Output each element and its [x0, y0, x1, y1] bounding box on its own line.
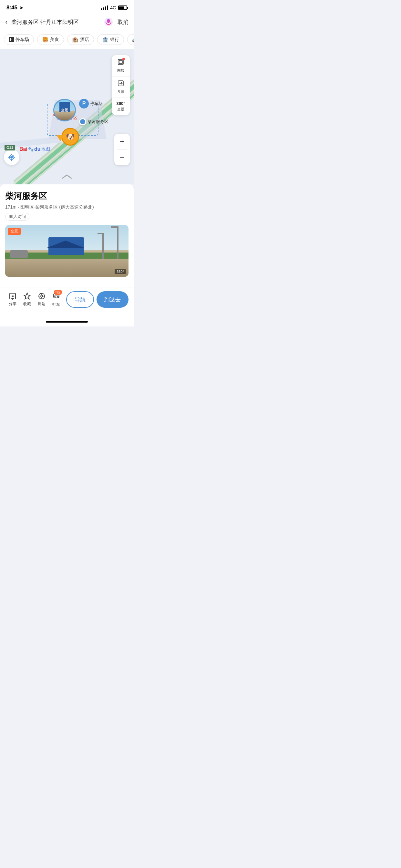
location-icon [8, 153, 16, 161]
signal-bars [101, 5, 108, 10]
zoom-controls: + − [114, 134, 130, 165]
highway-label: G11 [4, 145, 15, 151]
status-right: 4G [101, 5, 127, 10]
nearby-button[interactable]: 周边 [35, 292, 49, 307]
tab-bus[interactable]: 🚌 公交站 [127, 34, 134, 45]
nav-buttons: 导航 到这去 [66, 291, 128, 308]
taxi-button[interactable]: 5折 打车 [49, 291, 64, 307]
tab-food-label: 美食 [50, 37, 59, 42]
navigation-arrow [57, 135, 64, 141]
navigate-button[interactable]: 导航 [66, 291, 94, 308]
tab-bank[interactable]: 🏦 银行 [97, 34, 124, 45]
nearby-icon [38, 292, 45, 300]
mic-button[interactable] [103, 17, 114, 27]
panorama-360-label: 360° [115, 269, 126, 274]
bottom-panel: 柴河服务区 171m · 阳明区-柴河服务区 (鹤大高速公路北) 99人访问 全… [0, 184, 134, 287]
service-area-label-2: 柴河服务区 [88, 119, 109, 125]
search-input-box[interactable]: 柴河服务区 牡丹江市阳明区 [11, 17, 114, 27]
panorama-badge: 全景 [8, 228, 21, 235]
feedback-icon [117, 80, 124, 89]
parking-label: 停车场 [90, 101, 103, 106]
location-button[interactable] [4, 150, 19, 165]
collect-icon [23, 292, 31, 300]
share-icon [9, 292, 17, 300]
place-name: 柴河服务区 [5, 190, 128, 202]
bank-icon: 🏦 [102, 36, 109, 42]
svg-rect-18 [119, 60, 122, 64]
tab-bank-label: 银行 [110, 37, 119, 42]
go-there-button[interactable]: 到这去 [96, 291, 128, 308]
tab-hotel[interactable]: 🏨 酒店 [67, 34, 94, 45]
action-bar: 分享 收藏 周边 5折 打车 [0, 287, 134, 315]
zoom-in-button[interactable]: + [114, 134, 130, 149]
collect-button[interactable]: 收藏 [20, 292, 34, 307]
expand-handle[interactable] [61, 174, 73, 182]
feedback-button[interactable]: 反馈 [112, 76, 130, 98]
expand-arrow-icon [61, 174, 73, 180]
map-container[interactable]: 柴河服务区 全景 P 停车场 柴河服务区 🐶 图层 [0, 49, 134, 184]
layers-icon [117, 58, 124, 67]
zoom-out-button[interactable]: − [114, 150, 130, 165]
nav-arrow-icon: ➤ [19, 5, 24, 11]
network-label: 4G [110, 5, 116, 10]
status-time: 8:45 [6, 4, 18, 11]
parking-icon-circle: P [79, 99, 89, 108]
place-address: 171m · 阳明区-柴河服务区 (鹤大高速公路北) [5, 205, 128, 210]
tab-parking[interactable]: 🅿 停车场 [4, 34, 34, 45]
share-label: 分享 [9, 301, 17, 307]
category-tabs: 🅿 停车场 🍔 美食 🏨 酒店 🏦 银行 🚌 公交站 [0, 32, 134, 49]
home-indicator [0, 315, 134, 327]
map-toolbar: 图层 反馈 360° 全景 [112, 55, 130, 115]
svg-marker-32 [24, 293, 30, 299]
back-button[interactable]: ‹ [5, 18, 7, 26]
taxi-label: 打车 [52, 302, 60, 307]
panorama-marker[interactable]: 全景 [53, 99, 76, 121]
panorama-button[interactable]: 360° 全景 [112, 98, 130, 115]
visit-count: 99人访问 [5, 213, 29, 221]
cancel-button[interactable]: 取消 [118, 19, 128, 26]
tab-food[interactable]: 🍔 美食 [37, 34, 64, 45]
bus-icon: 🚌 [132, 36, 134, 42]
search-bar: ‹ 柴河服务区 牡丹江市阳明区 取消 [0, 13, 134, 32]
panorama-label-btn: 全景 [117, 107, 124, 112]
status-bar: 8:45 ➤ 4G [0, 0, 134, 13]
nearby-label: 周边 [38, 301, 45, 307]
service-area-marker-2[interactable]: 柴河服务区 [79, 118, 109, 125]
panorama-icon: 360° [117, 101, 125, 106]
svg-rect-1 [107, 19, 110, 23]
hotel-icon: 🏨 [72, 36, 79, 42]
search-query: 柴河服务区 牡丹江市阳明区 [11, 19, 79, 26]
layers-button[interactable]: 图层 [112, 55, 130, 76]
feedback-label: 反馈 [117, 89, 124, 94]
service-area-dot-2 [79, 118, 86, 125]
baidu-logo: Bai 🐾 du 地图 [19, 146, 50, 152]
food-icon: 🍔 [42, 36, 49, 42]
panorama-label: 全景 [61, 108, 68, 113]
taxi-badge: 5折 [54, 290, 62, 295]
tab-hotel-label: 酒店 [80, 37, 89, 42]
parking-icon: 🅿 [9, 37, 14, 42]
share-button[interactable]: 分享 [5, 292, 20, 307]
layers-label: 图层 [117, 68, 124, 73]
tab-parking-label: 停车场 [16, 37, 29, 42]
svg-point-34 [41, 295, 42, 297]
home-bar [46, 321, 88, 322]
svg-point-23 [10, 156, 13, 159]
collect-label: 收藏 [23, 301, 31, 307]
panorama-preview[interactable]: 全景 360° [5, 225, 128, 277]
battery-icon [118, 5, 127, 10]
parking-marker[interactable]: P 停车场 [79, 99, 103, 108]
